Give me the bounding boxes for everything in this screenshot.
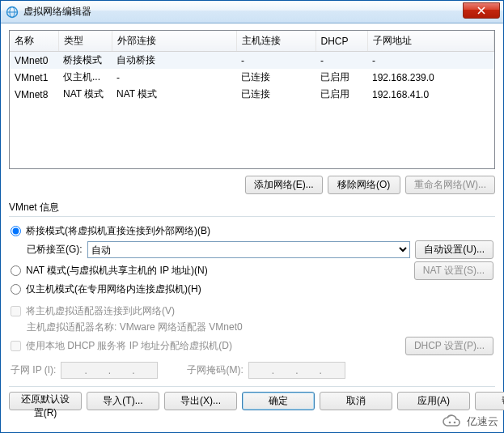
window-title: 虚拟网络编辑器 (23, 5, 463, 19)
mask-oct-4[interactable] (322, 364, 343, 377)
titlebar[interactable]: 虚拟网络编辑器 (1, 1, 503, 23)
subnet-mask-input[interactable]: . . . (248, 362, 345, 379)
cell-ext: - (112, 69, 236, 86)
app-icon (6, 6, 19, 19)
help-button[interactable]: 帮助 (475, 392, 504, 410)
table-row[interactable]: VMnet0桥接模式自动桥接--- (10, 52, 494, 70)
remove-network-button[interactable]: 移除网络(O) (328, 176, 400, 194)
dhcp-text: 使用本地 DHCP 服务将 IP 地址分配给虚拟机(D) (26, 339, 232, 353)
vmnet-info-title: VMnet 信息 (9, 201, 495, 214)
col-host[interactable]: 主机连接 (236, 31, 316, 52)
dialog-footer: 还原默认设置(R) 导入(T)... 导出(X)... 确定 取消 应用(A) … (9, 392, 495, 410)
cell-dhcp: 已启用 (316, 86, 367, 103)
connect-host-text: 将主机虚拟适配器连接到此网络(V) (26, 304, 175, 318)
hostonly-row: 仅主机模式(在专用网络内连接虚拟机)(H) (11, 282, 493, 296)
nat-radio-text: NAT 模式(与虚拟机共享主机的 IP 地址)(N) (26, 264, 208, 278)
col-external[interactable]: 外部连接 (112, 31, 236, 52)
rename-network-button[interactable]: 重命名网络(W)... (405, 176, 495, 194)
export-button[interactable]: 导出(X)... (164, 392, 237, 410)
dhcp-label[interactable]: 使用本地 DHCP 服务将 IP 地址分配给虚拟机(D) (11, 339, 232, 353)
dhcp-row: 使用本地 DHCP 服务将 IP 地址分配给虚拟机(D) DHCP 设置(P).… (11, 337, 493, 355)
nat-radio[interactable] (11, 265, 21, 276)
cell-name: VMnet8 (10, 86, 58, 103)
subnet-ip-label: 子网 IP (I): (11, 363, 56, 377)
close-button[interactable] (463, 2, 500, 19)
network-table[interactable]: 名称 类型 外部连接 主机连接 DHCP 子网地址 VMnet0桥接模式自动桥接… (9, 30, 495, 169)
nat-settings-button[interactable]: NAT 设置(S)... (414, 261, 493, 280)
vmnet-info-group: 桥接模式(将虚拟机直接连接到外部网络)(B) 已桥接至(G): 自动 自动设置(… (9, 216, 495, 381)
cell-subnet: 192.168.239.0 (367, 69, 494, 86)
mask-oct-1[interactable] (251, 364, 272, 377)
adapter-name-row: 主机虚拟适配器名称: VMware 网络适配器 VMnet0 (11, 321, 493, 334)
cell-type: 仅主机... (58, 69, 112, 86)
ip-oct-2[interactable] (87, 364, 108, 377)
window-body: 名称 类型 外部连接 主机连接 DHCP 子网地址 VMnet0桥接模式自动桥接… (1, 23, 503, 432)
ip-oct-4[interactable] (134, 364, 155, 377)
cell-host: 已连接 (236, 69, 316, 86)
adapter-name-text: 主机虚拟适配器名称: VMware 网络适配器 VMnet0 (27, 321, 243, 334)
import-button[interactable]: 导入(T)... (87, 392, 159, 410)
cell-name: VMnet1 (10, 69, 58, 86)
col-type[interactable]: 类型 (58, 31, 112, 52)
ip-oct-1[interactable] (63, 364, 84, 377)
bridge-to-label: 已桥接至(G): (27, 243, 83, 257)
col-dhcp[interactable]: DHCP (316, 31, 367, 52)
col-subnet[interactable]: 子网地址 (367, 31, 494, 52)
mask-oct-2[interactable] (274, 364, 295, 377)
dhcp-settings-button[interactable]: DHCP 设置(P)... (405, 337, 493, 355)
cell-ext: NAT 模式 (112, 86, 236, 103)
connect-host-checkbox[interactable] (11, 306, 21, 316)
col-name[interactable]: 名称 (10, 31, 58, 52)
bridge-to-select[interactable]: 自动 (87, 241, 411, 258)
restore-defaults-button[interactable]: 还原默认设置(R) (9, 392, 82, 410)
bridge-radio[interactable] (11, 226, 21, 236)
nat-radio-label[interactable]: NAT 模式(与虚拟机共享主机的 IP 地址)(N) (11, 264, 208, 278)
cell-type: 桥接模式 (58, 52, 112, 70)
auto-settings-button[interactable]: 自动设置(U)... (415, 240, 493, 259)
hostonly-radio-text: 仅主机模式(在专用网络内连接虚拟机)(H) (26, 282, 201, 296)
ok-button[interactable]: 确定 (242, 392, 315, 410)
table-row[interactable]: VMnet8NAT 模式NAT 模式已连接已启用192.168.41.0 (10, 86, 494, 103)
nat-row: NAT 模式(与虚拟机共享主机的 IP 地址)(N) NAT 设置(S)... (11, 261, 493, 280)
bridge-to-row: 已桥接至(G): 自动 自动设置(U)... (11, 240, 493, 259)
connect-host-label[interactable]: 将主机虚拟适配器连接到此网络(V) (11, 304, 175, 318)
table-header-row: 名称 类型 外部连接 主机连接 DHCP 子网地址 (10, 31, 494, 52)
table-row[interactable]: VMnet1仅主机...-已连接已启用192.168.239.0 (10, 69, 494, 86)
subnet-ip-input[interactable]: . . . (61, 362, 158, 379)
cancel-button[interactable]: 取消 (320, 392, 392, 410)
connect-host-row: 将主机虚拟适配器连接到此网络(V) (11, 304, 493, 318)
apply-button[interactable]: 应用(A) (397, 392, 470, 410)
hostonly-radio[interactable] (11, 284, 21, 295)
ip-oct-3[interactable] (111, 364, 132, 377)
cell-dhcp: - (316, 52, 367, 70)
table-button-row: 添加网络(E)... 移除网络(O) 重命名网络(W)... (9, 176, 495, 194)
bridge-radio-label[interactable]: 桥接模式(将虚拟机直接连接到外部网络)(B) (11, 224, 210, 238)
subnet-mask-label: 子网掩码(M): (187, 363, 243, 377)
cell-subnet: 192.168.41.0 (367, 86, 494, 103)
bridge-row: 桥接模式(将虚拟机直接连接到外部网络)(B) (11, 224, 493, 238)
bridge-radio-text: 桥接模式(将虚拟机直接连接到外部网络)(B) (26, 224, 210, 238)
vnet-editor-window: 虚拟网络编辑器 名称 类型 外部连接 主机连接 DHCP 子网地址 (0, 0, 504, 433)
cell-dhcp: 已启用 (316, 69, 367, 86)
add-network-button[interactable]: 添加网络(E)... (245, 176, 323, 194)
cell-name: VMnet0 (10, 52, 58, 70)
cell-type: NAT 模式 (58, 86, 112, 103)
mask-oct-3[interactable] (299, 364, 320, 377)
cell-subnet: - (367, 52, 494, 70)
cell-host: - (236, 52, 316, 70)
subnet-row: 子网 IP (I): . . . 子网掩码(M): . . . (11, 362, 493, 379)
cell-ext: 自动桥接 (112, 52, 236, 70)
cell-host: 已连接 (236, 86, 316, 103)
hostonly-radio-label[interactable]: 仅主机模式(在专用网络内连接虚拟机)(H) (11, 282, 201, 296)
dhcp-checkbox[interactable] (11, 341, 21, 351)
